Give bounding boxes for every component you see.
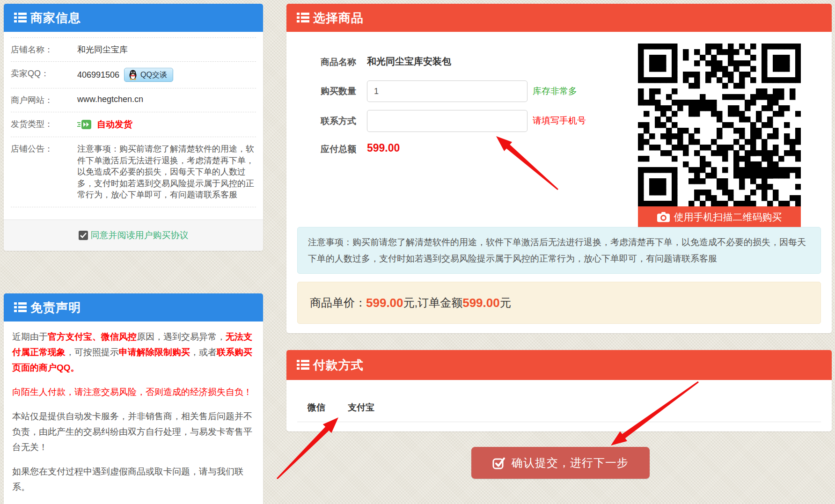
total-value: 599.00 (367, 142, 400, 154)
checkbox-checked-icon[interactable] (79, 231, 88, 240)
quantity-label: 购买数量 (321, 80, 356, 102)
product-panel-title: 选择商品 (313, 10, 364, 26)
qq-penguin-icon (128, 70, 138, 80)
merchant-site-value: www.hegtchen.cn (77, 95, 256, 106)
submit-button[interactable]: 确认提交，进行下一步 (471, 447, 650, 479)
fast-forward-icon (77, 119, 92, 130)
disclaimer-body: 近期由于官方支付宝、微信风控原因，遇到交易异常，无法支付属正常现象，可按照提示申… (4, 321, 263, 504)
price-prefix: 商品单价： (310, 295, 366, 310)
list-icon (14, 13, 27, 23)
qr-caption-text: 使用手机扫描二维码购买 (674, 211, 782, 224)
unit-price-value: 599.00 (366, 296, 403, 310)
qq-chat-button-label: QQ交谈 (140, 70, 167, 80)
merchant-site-row: 商户网站： www.hegtchen.cn (11, 88, 256, 112)
camera-icon (657, 212, 670, 222)
seller-qq-value: 406991506 (77, 70, 119, 80)
payment-panel-title: 付款方式 (313, 357, 364, 373)
stock-hint: 库存非常多 (533, 80, 577, 102)
quantity-input[interactable] (367, 80, 527, 102)
merchant-panel-body: 店铺名称： 和光同尘宝库 卖家QQ： 406991506 (4, 32, 263, 219)
product-name-label: 商品名称 (321, 56, 356, 68)
qr-code (638, 44, 801, 206)
submit-button-label: 确认提交，进行下一步 (512, 455, 629, 470)
merchant-panel-header: 商家信息 (4, 4, 263, 32)
shop-notice-row: 店铺公告： 注意事项：购买前请您了解清楚软件的用途，软件下单激活后无法进行退换，… (11, 137, 256, 207)
ship-type-value: 自动发货 (97, 118, 132, 131)
payment-tabs-divider (297, 422, 821, 422)
qr-caption-bar: 使用手机扫描二维码购买 (638, 206, 801, 228)
merchant-site-label: 商户网站： (11, 95, 77, 106)
disclaimer-paragraph: 近期由于官方支付宝、微信风控原因，遇到交易异常，无法支付属正常现象，可按照提示申… (12, 329, 255, 375)
product-notice-text: 注意事项：购买前请您了解清楚软件的用途，软件下单激活后无法进行退换，考虑清楚再下… (308, 237, 806, 263)
shop-notice-value: 注意事项：购买前请您了解清楚软件的用途，软件下单激活后无法进行退换，考虑清楚再下… (77, 143, 256, 201)
order-amount-value: 599.00 (462, 296, 500, 310)
disclaimer-paragraph: 本站仅是提供自动发卡服务，并非销售商，相关售后问题并不负责，由此产生的交易纠纷由… (12, 409, 255, 455)
payment-panel: 付款方式 微信 支付宝 (286, 350, 832, 431)
product-panel: 选择商品 商品名称 和光同尘宝库安装包 购买数量 库存非常多 联系方式 请填写手… (286, 4, 832, 333)
product-panel-header: 选择商品 (286, 4, 832, 32)
shop-name-value: 和光同尘宝库 (77, 44, 256, 55)
shop-name-row: 店铺名称： 和光同尘宝库 (11, 37, 256, 62)
disclaimer-paragraph: 向陌生人付款，请注意交易风险，否则造成的经济损失自负！ (12, 384, 255, 400)
product-notice-box: 注意事项：购买前请您了解清楚软件的用途，软件下单激活后无法进行退换，考虑清楚再下… (297, 227, 821, 274)
contact-hint: 请填写手机号 (533, 110, 586, 131)
contact-input[interactable] (367, 110, 527, 132)
agreement-bar: 同意并阅读用户购买协议 (4, 219, 263, 251)
total-label: 应付总额 (321, 143, 356, 155)
qq-chat-button[interactable]: QQ交谈 (124, 68, 173, 82)
shop-notice-label: 店铺公告： (11, 143, 77, 201)
product-name-value: 和光同尘宝库安装包 (367, 55, 451, 68)
disclaimer-panel-header: 免责声明 (4, 293, 263, 321)
list-icon (14, 302, 27, 313)
list-icon (297, 360, 309, 370)
ship-type-row: 发货类型： 自动发货 (11, 112, 256, 137)
order-amount-suffix: 元 (500, 295, 511, 310)
payment-panel-header: 付款方式 (286, 350, 832, 380)
seller-qq-row: 卖家QQ： 406991506 (11, 62, 256, 88)
price-middle: ,订单金额 (415, 295, 463, 310)
payment-tabs: 微信 支付宝 (308, 402, 832, 414)
merchant-panel-title: 商家信息 (30, 10, 81, 26)
unit-price-suffix: 元 (403, 295, 415, 310)
disclaimer-panel-title: 免责声明 (30, 299, 81, 316)
price-summary-box: 商品单价： 599.00 元 ,订单金额 599.00 元 (297, 282, 821, 324)
shop-name-label: 店铺名称： (11, 44, 77, 55)
check-square-icon (492, 457, 505, 469)
tab-wechat[interactable]: 微信 (308, 402, 325, 414)
agreement-link[interactable]: 同意并阅读用户购买协议 (91, 229, 189, 241)
ship-type-label: 发货类型： (11, 118, 77, 131)
contact-label: 联系方式 (321, 110, 356, 132)
merchant-info-panel: 商家信息 店铺名称： 和光同尘宝库 卖家QQ： 406991506 (4, 4, 263, 251)
tab-alipay[interactable]: 支付宝 (348, 402, 374, 414)
page: 商家信息 店铺名称： 和光同尘宝库 卖家QQ： 406991506 (0, 0, 835, 504)
list-icon (297, 13, 309, 23)
disclaimer-panel: 免责声明 近期由于官方支付宝、微信风控原因，遇到交易异常，无法支付属正常现象，可… (4, 293, 263, 504)
disclaimer-paragraph: 如果您在支付过程中遇到虚假商品或取卡问题，请与我们联系。 (12, 464, 255, 495)
seller-qq-label: 卖家QQ： (11, 68, 77, 82)
